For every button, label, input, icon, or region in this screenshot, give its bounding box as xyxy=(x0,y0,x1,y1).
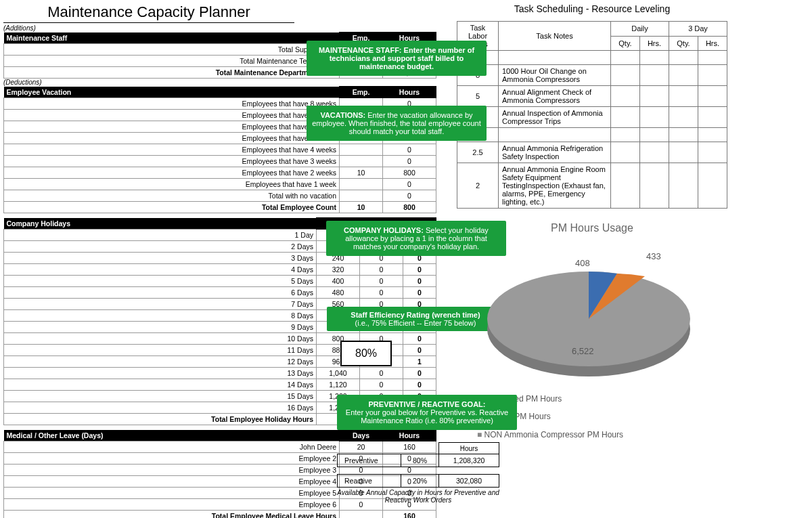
cell[interactable] xyxy=(669,86,698,107)
cell[interactable] xyxy=(640,86,669,107)
cell[interactable] xyxy=(698,128,727,142)
cell[interactable]: 0 xyxy=(403,287,436,299)
cell: 1000 Hour Oil Change on Ammonia Compress… xyxy=(499,65,611,86)
cell[interactable] xyxy=(669,65,698,86)
cell[interactable] xyxy=(611,128,640,142)
row-label: 10 Days xyxy=(4,333,317,345)
cell[interactable]: 0 xyxy=(403,264,436,276)
total-label: Total Employee Count xyxy=(4,202,340,213)
row-label: Employees that have 6 weeks xyxy=(4,121,340,133)
cell: 0 xyxy=(383,179,436,190)
row-label: Employees that have 8 weeks xyxy=(4,98,340,110)
col-header: Qty. xyxy=(611,36,640,51)
cell[interactable] xyxy=(340,179,383,190)
cell[interactable] xyxy=(669,128,698,142)
cell[interactable] xyxy=(611,142,640,163)
col-header: Hours xyxy=(383,87,436,98)
cell[interactable] xyxy=(669,51,698,65)
cell[interactable] xyxy=(340,144,383,156)
cell[interactable] xyxy=(640,128,669,142)
cell[interactable] xyxy=(640,107,669,128)
deductions-label: (Deductions) xyxy=(3,79,436,86)
cell[interactable] xyxy=(340,190,383,202)
hint-staff: MAINTENANCE STAFF: Enter the number of t… xyxy=(307,41,487,76)
cell: 2 xyxy=(457,163,499,209)
cell[interactable]: 0 xyxy=(403,368,436,379)
row-label: Employees that have 1 week xyxy=(4,179,340,190)
cell: 800 xyxy=(383,202,436,213)
page-title: Maintenance Capacity Planner xyxy=(3,3,294,23)
cell: 0 xyxy=(360,379,403,391)
cell[interactable] xyxy=(669,163,698,209)
additions-label: (Additions) xyxy=(3,24,436,32)
col-header: Days xyxy=(340,430,383,441)
cell: 400 xyxy=(317,276,360,287)
cell[interactable]: 0 xyxy=(403,345,436,356)
cell[interactable] xyxy=(611,163,640,209)
row-label: 5 Days xyxy=(4,276,317,287)
row-label: Employees that have 2 weeks xyxy=(4,167,340,179)
cell: Annual Ammonia Refrigeration Safety Insp… xyxy=(499,142,611,163)
cell[interactable] xyxy=(640,51,669,65)
row-label: John Deere xyxy=(4,441,340,453)
cell[interactable]: 0 xyxy=(403,276,436,287)
note: Available Annual Capacity in Hours for P… xyxy=(337,489,499,504)
cell[interactable] xyxy=(611,51,640,65)
row-label: Employees that have 7 weeks xyxy=(4,110,340,121)
efficiency-value[interactable]: 80% xyxy=(340,341,392,366)
cell[interactable] xyxy=(698,163,727,209)
cell[interactable] xyxy=(640,163,669,209)
cell: 1,040 xyxy=(317,368,360,379)
cell[interactable] xyxy=(698,86,727,107)
section-header: Company Holidays xyxy=(4,218,317,230)
row-label: 3 Days xyxy=(4,253,317,264)
col-header: Hours xyxy=(383,430,436,441)
task-title: Task Scheduling - Resource Leveling xyxy=(457,3,727,14)
row-label: 1 Day xyxy=(4,230,317,241)
row-label: 7 Days xyxy=(4,299,317,310)
cell: 2.5 xyxy=(457,142,499,163)
cell[interactable]: 0 xyxy=(403,379,436,391)
cell: 0 xyxy=(360,264,403,276)
cell[interactable] xyxy=(611,65,640,86)
row-label: Employee 3 xyxy=(4,465,340,476)
cell[interactable] xyxy=(698,51,727,65)
cell[interactable]: 1 xyxy=(403,356,436,368)
row-label: Total Support Staff xyxy=(4,44,340,56)
row-label: 8 Days xyxy=(4,310,317,322)
cell: 320 xyxy=(317,264,360,276)
cell[interactable] xyxy=(640,142,669,163)
pie-label: 433 xyxy=(646,251,661,261)
cell: 20% xyxy=(401,475,439,488)
cell[interactable] xyxy=(698,107,727,128)
cell[interactable] xyxy=(669,107,698,128)
cell[interactable]: 10 xyxy=(340,167,383,179)
cell: 302,080 xyxy=(439,475,499,488)
section-header: Employee Vacation xyxy=(4,87,340,98)
row-label: 11 Days xyxy=(4,345,317,356)
total-label: Total Employee Medical Leave Hours xyxy=(4,511,340,519)
cell: 0 xyxy=(383,190,436,202)
cell[interactable] xyxy=(669,142,698,163)
cell: 5 xyxy=(457,86,499,107)
col-header: Qty. xyxy=(669,36,698,51)
cell[interactable] xyxy=(611,107,640,128)
cell[interactable] xyxy=(698,142,727,163)
cell: 480 xyxy=(317,287,360,299)
row-label: Employee 2 xyxy=(4,453,340,465)
row-label: Employee 6 xyxy=(4,499,340,511)
row-label: Total with no vacation xyxy=(4,190,340,202)
cell xyxy=(499,128,611,142)
cell[interactable] xyxy=(340,156,383,167)
cell[interactable] xyxy=(611,86,640,107)
cell[interactable] xyxy=(698,65,727,86)
row-label: 6 Days xyxy=(4,287,317,299)
row-label: 2 Days xyxy=(4,241,317,253)
row-label: 14 Days xyxy=(4,379,317,391)
col-header: Hours xyxy=(439,443,499,454)
cell: 0 xyxy=(383,144,436,156)
cell[interactable]: 80% xyxy=(401,454,439,467)
cell[interactable]: 0 xyxy=(403,333,436,345)
row-label: Employee 4 xyxy=(4,476,340,488)
cell[interactable] xyxy=(640,65,669,86)
